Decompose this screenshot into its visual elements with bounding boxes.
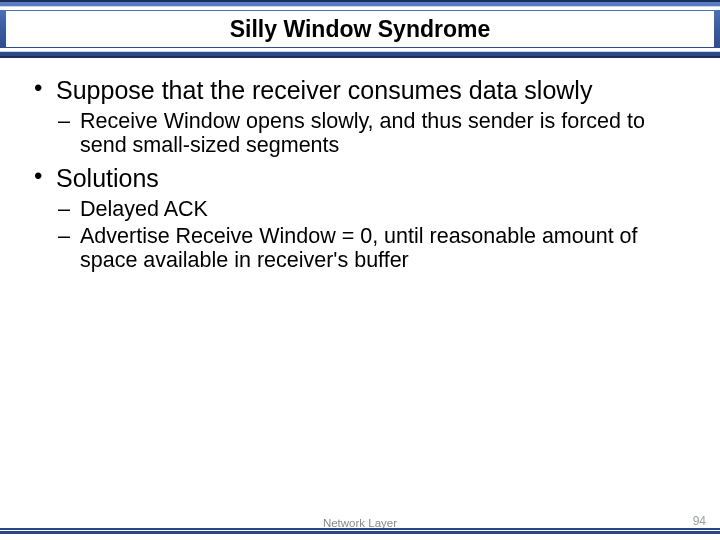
sub-list-item: Advertise Receive Window = 0, until reas… (56, 224, 692, 273)
title-bar: Silly Window Syndrome (0, 0, 720, 58)
footer-divider (0, 528, 720, 534)
sub-list: Receive Window opens slowly, and thus se… (56, 109, 692, 158)
footer: Network Layer 94 (0, 512, 720, 534)
bullet-text: Solutions (56, 164, 692, 193)
footer-page-number: 94 (693, 514, 706, 528)
slide: Silly Window Syndrome Suppose that the r… (0, 0, 720, 540)
bullet-text: Suppose that the receiver consumes data … (56, 76, 692, 105)
sub-list-item: Receive Window opens slowly, and thus se… (56, 109, 692, 158)
list-item: Suppose that the receiver consumes data … (28, 76, 692, 158)
list-item: Solutions Delayed ACK Advertise Receive … (28, 164, 692, 273)
slide-body: Suppose that the receiver consumes data … (0, 58, 720, 540)
sub-list-item: Delayed ACK (56, 197, 692, 222)
sub-list: Delayed ACK Advertise Receive Window = 0… (56, 197, 692, 273)
bullet-list: Suppose that the receiver consumes data … (28, 76, 692, 273)
slide-title: Silly Window Syndrome (6, 11, 714, 47)
